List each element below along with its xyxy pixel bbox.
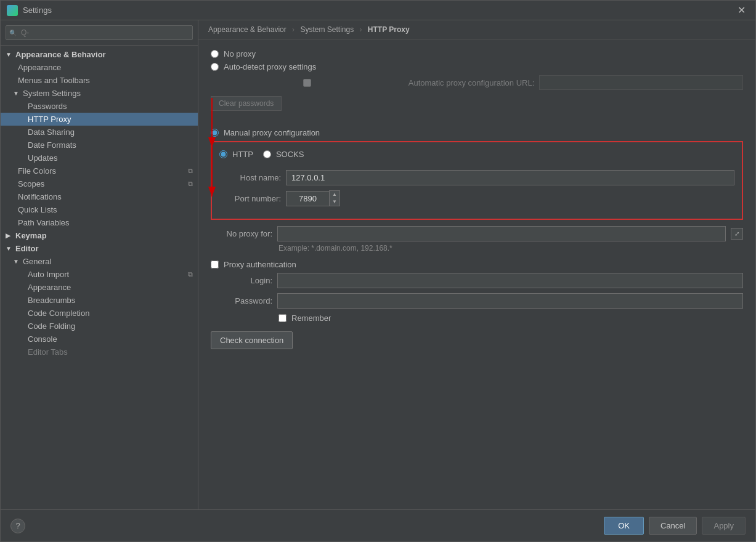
sidebar-item-quick-lists[interactable]: Quick Lists — [1, 203, 198, 216]
password-input[interactable] — [277, 293, 743, 309]
login-label: Login: — [211, 276, 272, 285]
sidebar-item-file-colors[interactable]: File Colors ⧉ — [1, 164, 198, 177]
socks-label[interactable]: SOCKS — [276, 150, 304, 159]
no-proxy-radio[interactable] — [211, 50, 219, 58]
clear-passwords-button[interactable]: Clear passwords — [211, 96, 282, 111]
sidebar-item-editor[interactable]: ▼ Editor — [1, 242, 198, 255]
remember-row: Remember — [278, 313, 743, 323]
proxy-auth-label[interactable]: Proxy authentication — [224, 260, 296, 269]
sidebar-item-editor-tabs[interactable]: Editor Tabs — [1, 346, 198, 358]
remember-checkbox[interactable] — [278, 314, 287, 322]
no-proxy-for-label: No proxy for: — [211, 229, 272, 238]
sidebar-item-keymap[interactable]: ▶ Keymap — [1, 229, 198, 242]
sidebar-label: Passwords — [28, 102, 193, 111]
proxy-auth-section: Proxy authentication Login: Password: — [211, 260, 743, 323]
sidebar-item-path-variables[interactable]: Path Variables — [1, 216, 198, 229]
sidebar-item-system-settings[interactable]: ▼ System Settings — [1, 87, 198, 100]
search-box — [1, 20, 198, 46]
port-spinner: ▲ ▼ — [329, 190, 340, 206]
ok-button[interactable]: OK — [604, 517, 644, 535]
port-input[interactable] — [286, 191, 329, 206]
protocol-row: HTTP SOCKS — [219, 150, 734, 163]
sidebar-item-notifications[interactable]: Notifications — [1, 190, 198, 203]
sidebar-label: Auto Import — [28, 270, 185, 279]
sidebar-label: Path Variables — [18, 218, 193, 227]
arrow-icon: ▶ — [6, 232, 13, 239]
proxy-settings-panel: No proxy Auto-detect proxy settings Auto… — [198, 39, 755, 509]
sidebar-item-data-sharing[interactable]: Data Sharing — [1, 126, 198, 139]
host-input[interactable] — [286, 170, 734, 185]
close-button[interactable]: ✕ — [734, 3, 749, 17]
sidebar-item-updates[interactable]: Updates — [1, 152, 198, 164]
http-label[interactable]: HTTP — [232, 150, 253, 159]
http-radio[interactable] — [219, 150, 227, 158]
auto-config-url-row: Automatic proxy configuration URL: — [211, 75, 743, 90]
apply-button[interactable]: Apply — [702, 517, 746, 535]
breadcrumb-part1: Appearance & Behavior — [208, 25, 287, 34]
copy-icon: ⧉ — [188, 180, 193, 188]
auto-config-url-input[interactable] — [539, 75, 743, 90]
sidebar-label: Updates — [28, 153, 193, 163]
sidebar-item-appearance2[interactable]: Appearance — [1, 281, 198, 294]
no-proxy-expand-button[interactable]: ⤢ — [731, 228, 743, 240]
breadcrumb-sep2: › — [359, 25, 362, 34]
port-spin-down-button[interactable]: ▼ — [330, 198, 339, 206]
no-proxy-label[interactable]: No proxy — [224, 49, 256, 59]
sidebar-item-date-formats[interactable]: Date Formats — [1, 139, 198, 152]
proxy-auth-checkbox[interactable] — [211, 261, 219, 269]
title-bar-left: Settings — [7, 5, 52, 16]
sidebar-label: Quick Lists — [18, 205, 193, 214]
arrow-icon: ▼ — [13, 90, 20, 97]
sidebar-item-code-folding[interactable]: Code Folding — [1, 320, 198, 333]
sidebar-label: Keymap — [15, 231, 193, 240]
port-input-wrap: ▲ ▼ — [286, 190, 340, 206]
sidebar-label: Console — [28, 334, 193, 344]
auto-detect-radio[interactable] — [211, 63, 219, 71]
cancel-button[interactable]: Cancel — [649, 517, 697, 535]
sidebar-item-code-completion[interactable]: Code Completion — [1, 307, 198, 320]
sidebar-label: Breadcrumbs — [28, 296, 193, 305]
manual-proxy-radio[interactable] — [211, 129, 219, 137]
manual-proxy-label[interactable]: Manual proxy configuration — [224, 128, 320, 137]
auto-config-checkbox[interactable] — [211, 79, 404, 87]
port-spin-up-button[interactable]: ▲ — [330, 191, 339, 198]
search-input[interactable] — [6, 25, 193, 40]
arrow-icon: ▼ — [6, 245, 13, 252]
sidebar-label: Appearance — [18, 63, 193, 72]
auto-detect-label[interactable]: Auto-detect proxy settings — [224, 62, 316, 71]
proxy-auth-row: Proxy authentication — [211, 260, 743, 269]
sidebar-item-menus-toolbars[interactable]: Menus and Toolbars — [1, 74, 198, 87]
settings-dialog: Settings ✕ ▼ Appearance & Behavior Appea… — [0, 0, 756, 542]
sidebar-item-auto-import[interactable]: Auto Import ⧉ — [1, 268, 198, 281]
breadcrumb-part2: System Settings — [300, 25, 354, 34]
login-input[interactable] — [277, 273, 743, 288]
breadcrumb-current: HTTP Proxy — [368, 25, 410, 34]
help-button[interactable]: ? — [10, 519, 25, 533]
copy-icon: ⧉ — [188, 167, 193, 175]
sidebar-item-passwords[interactable]: Passwords — [1, 100, 198, 113]
sidebar-item-general[interactable]: ▼ General — [1, 255, 198, 268]
sidebar-item-scopes[interactable]: Scopes ⧉ — [1, 177, 198, 190]
sidebar-tree: ▼ Appearance & Behavior Appearance Menus… — [1, 46, 198, 509]
socks-radio[interactable] — [263, 150, 271, 158]
sidebar-item-appearance[interactable]: Appearance — [1, 61, 198, 74]
sidebar-label: File Colors — [18, 166, 185, 176]
no-proxy-for-input[interactable] — [277, 226, 726, 241]
auto-config-label: Automatic proxy configuration URL: — [408, 78, 534, 87]
content-area: Appearance & Behavior › System Settings … — [198, 20, 755, 509]
sidebar-item-http-proxy[interactable]: HTTP Proxy — [1, 113, 198, 126]
sidebar-label: Code Folding — [28, 322, 193, 331]
http-protocol-row: HTTP — [219, 150, 253, 159]
check-connection-button[interactable]: Check connection — [211, 331, 293, 349]
remember-label[interactable]: Remember — [291, 313, 331, 323]
sidebar-label: Appearance & Behavior — [15, 50, 193, 59]
sidebar-item-console[interactable]: Console — [1, 333, 198, 346]
manual-proxy-row: Manual proxy configuration — [211, 128, 743, 137]
host-row: Host name: — [219, 170, 734, 185]
title-bar: Settings ✕ — [1, 1, 755, 20]
sidebar-label: Date Formats — [28, 140, 193, 150]
sidebar-label: Editor — [15, 244, 193, 253]
breadcrumb-sep1: › — [292, 25, 295, 34]
sidebar-item-breadcrumbs[interactable]: Breadcrumbs — [1, 294, 198, 307]
sidebar-item-appearance-behavior[interactable]: ▼ Appearance & Behavior — [1, 48, 198, 61]
